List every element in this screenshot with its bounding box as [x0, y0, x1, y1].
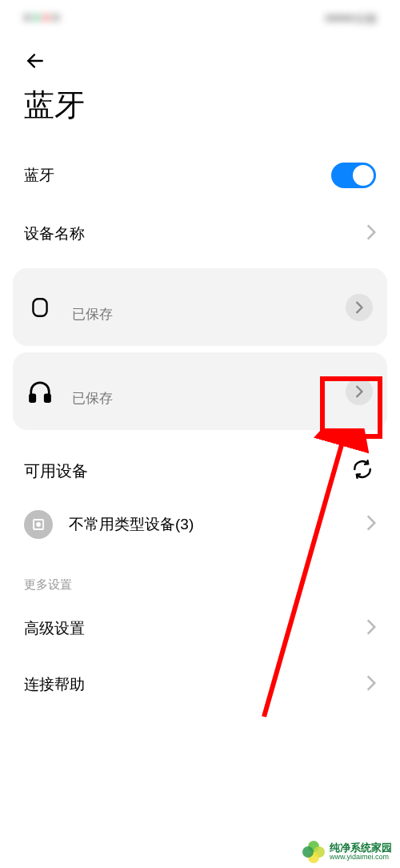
device-detail-button[interactable]: [346, 378, 373, 405]
device-name-row[interactable]: 设备名称: [0, 206, 400, 262]
back-button[interactable]: [24, 50, 46, 72]
more-settings-header: 更多设置: [0, 553, 400, 601]
bluetooth-toggle-row[interactable]: 蓝牙: [0, 145, 400, 206]
svg-rect-3: [45, 394, 50, 401]
bluetooth-label: 蓝牙: [24, 165, 54, 186]
device-detail-button[interactable]: [346, 294, 373, 321]
chevron-right-icon: [366, 515, 376, 534]
watch-icon: [27, 295, 53, 320]
svg-rect-1: [33, 299, 46, 315]
device-name-label: 设备名称: [24, 223, 85, 244]
available-header: 可用设备: [24, 460, 88, 482]
status-bar: ■■■■■ ▮ ▮▮: [0, 0, 400, 35]
saved-status-label: 已保存: [72, 389, 113, 408]
page-title: 蓝牙: [24, 85, 376, 126]
watermark: 纯净系统家园 www.yidaimei.com: [294, 836, 400, 868]
watermark-logo-icon: [302, 841, 325, 863]
refresh-button[interactable]: [349, 456, 376, 486]
saved-status-label: 已保存: [72, 305, 113, 323]
svg-rect-2: [30, 394, 35, 401]
uncommon-label: 不常用类型设备(3): [69, 514, 366, 535]
watermark-cn: 纯净系统家园: [330, 842, 392, 854]
advanced-settings-row[interactable]: 高级设置: [0, 601, 400, 657]
chevron-right-icon: [366, 675, 376, 694]
chevron-right-icon: [366, 619, 376, 638]
uncommon-devices-row[interactable]: 不常用类型设备(3): [0, 496, 400, 553]
status-right: ■■■■■ ▮ ▮▮: [325, 11, 376, 24]
saved-device-card[interactable]: 已保存: [13, 352, 387, 430]
arrow-left-icon: [25, 50, 46, 71]
watermark-text: 纯净系统家园 www.yidaimei.com: [330, 842, 392, 862]
available-header-row: 可用设备: [0, 436, 400, 496]
page-title-wrap: 蓝牙: [0, 78, 400, 145]
saved-device-card[interactable]: 已保存: [13, 268, 387, 346]
bluetooth-toggle[interactable]: [331, 163, 376, 188]
status-left: [24, 14, 59, 21]
watermark-url: www.yidaimei.com: [330, 854, 392, 862]
chevron-right-icon: [366, 224, 376, 243]
generic-device-icon: [24, 510, 53, 539]
headphones-icon: [27, 379, 53, 404]
connection-help-row[interactable]: 连接帮助: [0, 657, 400, 713]
help-label: 连接帮助: [24, 674, 85, 695]
advanced-label: 高级设置: [24, 618, 85, 639]
back-row: [0, 35, 400, 78]
svg-point-5: [37, 523, 40, 526]
refresh-icon: [352, 459, 373, 480]
